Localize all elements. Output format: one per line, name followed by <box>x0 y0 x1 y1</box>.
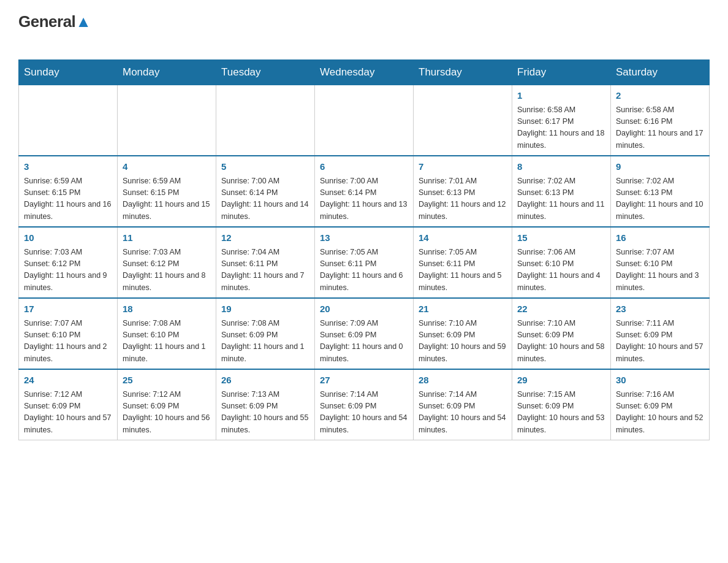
calendar-cell: 4Sunrise: 6:59 AMSunset: 6:15 PMDaylight… <box>118 156 216 227</box>
day-number: 10 <box>24 231 112 245</box>
logo-general: General▲ <box>18 12 91 31</box>
day-number: 2 <box>616 89 704 103</box>
calendar-cell: 29Sunrise: 7:15 AMSunset: 6:09 PMDayligh… <box>512 369 611 440</box>
day-number: 30 <box>616 373 704 388</box>
calendar-cell: 22Sunrise: 7:10 AMSunset: 6:09 PMDayligh… <box>512 298 611 369</box>
calendar-cell: 16Sunrise: 7:07 AMSunset: 6:10 PMDayligh… <box>611 227 710 298</box>
day-info: Sunrise: 6:58 AMSunset: 6:17 PMDaylight:… <box>517 104 605 152</box>
day-number: 3 <box>24 160 112 174</box>
calendar-cell: 20Sunrise: 7:09 AMSunset: 6:09 PMDayligh… <box>315 298 414 369</box>
day-info: Sunrise: 6:58 AMSunset: 6:16 PMDaylight:… <box>616 104 704 152</box>
day-info: Sunrise: 7:10 AMSunset: 6:09 PMDaylight:… <box>517 318 605 366</box>
day-info: Sunrise: 7:10 AMSunset: 6:09 PMDaylight:… <box>419 318 507 366</box>
calendar-cell: 8Sunrise: 7:02 AMSunset: 6:13 PMDaylight… <box>512 156 611 227</box>
day-info: Sunrise: 7:00 AMSunset: 6:14 PMDaylight:… <box>221 175 309 223</box>
calendar-cell: 18Sunrise: 7:08 AMSunset: 6:10 PMDayligh… <box>118 298 216 369</box>
calendar-cell: 1Sunrise: 6:58 AMSunset: 6:17 PMDaylight… <box>512 85 611 156</box>
weekday-header-monday: Monday <box>118 60 216 85</box>
day-number: 13 <box>320 231 408 245</box>
day-info: Sunrise: 7:12 AMSunset: 6:09 PMDaylight:… <box>24 389 112 437</box>
day-number: 24 <box>24 373 112 388</box>
day-number: 1 <box>517 89 605 103</box>
day-info: Sunrise: 7:02 AMSunset: 6:13 PMDaylight:… <box>517 175 605 223</box>
day-number: 6 <box>320 160 408 174</box>
calendar-cell: 6Sunrise: 7:00 AMSunset: 6:14 PMDaylight… <box>315 156 414 227</box>
calendar-cell: 30Sunrise: 7:16 AMSunset: 6:09 PMDayligh… <box>611 369 710 440</box>
day-info: Sunrise: 7:08 AMSunset: 6:09 PMDaylight:… <box>221 318 309 366</box>
calendar-cell <box>216 85 315 156</box>
day-number: 14 <box>419 231 507 245</box>
day-info: Sunrise: 7:12 AMSunset: 6:09 PMDaylight:… <box>123 389 211 437</box>
day-number: 20 <box>320 302 408 316</box>
weekday-header-tuesday: Tuesday <box>216 60 315 85</box>
day-info: Sunrise: 7:07 AMSunset: 6:10 PMDaylight:… <box>24 318 112 366</box>
weekday-header-sunday: Sunday <box>19 60 118 85</box>
day-info: Sunrise: 7:15 AMSunset: 6:09 PMDaylight:… <box>517 389 605 437</box>
calendar-cell: 27Sunrise: 7:14 AMSunset: 6:09 PMDayligh… <box>315 369 414 440</box>
calendar-cell: 9Sunrise: 7:02 AMSunset: 6:13 PMDaylight… <box>611 156 710 227</box>
day-number: 9 <box>616 160 704 174</box>
day-info: Sunrise: 7:04 AMSunset: 6:11 PMDaylight:… <box>221 247 309 294</box>
day-info: Sunrise: 6:59 AMSunset: 6:15 PMDaylight:… <box>123 175 211 223</box>
calendar-week-1: 1Sunrise: 6:58 AMSunset: 6:17 PMDaylight… <box>19 85 710 156</box>
calendar-cell <box>19 85 118 156</box>
day-info: Sunrise: 7:11 AMSunset: 6:09 PMDaylight:… <box>616 318 704 366</box>
calendar-cell: 24Sunrise: 7:12 AMSunset: 6:09 PMDayligh… <box>19 369 118 440</box>
calendar-cell: 13Sunrise: 7:05 AMSunset: 6:11 PMDayligh… <box>315 227 414 298</box>
calendar-cell: 21Sunrise: 7:10 AMSunset: 6:09 PMDayligh… <box>414 298 512 369</box>
calendar-week-5: 24Sunrise: 7:12 AMSunset: 6:09 PMDayligh… <box>19 369 710 440</box>
calendar-cell: 26Sunrise: 7:13 AMSunset: 6:09 PMDayligh… <box>216 369 315 440</box>
day-info: Sunrise: 7:03 AMSunset: 6:12 PMDaylight:… <box>123 247 211 294</box>
calendar-cell: 2Sunrise: 6:58 AMSunset: 6:16 PMDaylight… <box>611 85 710 156</box>
day-number: 7 <box>419 160 507 174</box>
calendar-cell: 19Sunrise: 7:08 AMSunset: 6:09 PMDayligh… <box>216 298 315 369</box>
calendar-cell <box>118 85 216 156</box>
day-number: 8 <box>517 160 605 174</box>
day-number: 26 <box>221 373 309 388</box>
day-info: Sunrise: 7:07 AMSunset: 6:10 PMDaylight:… <box>616 247 704 294</box>
calendar-cell: 23Sunrise: 7:11 AMSunset: 6:09 PMDayligh… <box>611 298 710 369</box>
day-number: 19 <box>221 302 309 316</box>
day-number: 15 <box>517 231 605 245</box>
weekday-header-saturday: Saturday <box>611 60 710 85</box>
day-number: 23 <box>616 302 704 316</box>
day-info: Sunrise: 7:05 AMSunset: 6:11 PMDaylight:… <box>320 247 408 294</box>
day-number: 25 <box>123 373 211 388</box>
day-number: 21 <box>419 302 507 316</box>
day-info: Sunrise: 7:06 AMSunset: 6:10 PMDaylight:… <box>517 247 605 294</box>
day-number: 29 <box>517 373 605 388</box>
calendar-cell <box>315 85 414 156</box>
calendar-cell: 3Sunrise: 6:59 AMSunset: 6:15 PMDaylight… <box>19 156 118 227</box>
logo-blue-text <box>18 31 29 47</box>
calendar-cell: 5Sunrise: 7:00 AMSunset: 6:14 PMDaylight… <box>216 156 315 227</box>
day-info: Sunrise: 7:14 AMSunset: 6:09 PMDaylight:… <box>320 389 408 437</box>
day-info: Sunrise: 7:03 AMSunset: 6:12 PMDaylight:… <box>24 247 112 294</box>
day-info: Sunrise: 7:09 AMSunset: 6:09 PMDaylight:… <box>320 318 408 366</box>
day-number: 12 <box>221 231 309 245</box>
page-header: General▲ <box>18 12 710 47</box>
day-number: 18 <box>123 302 211 316</box>
day-info: Sunrise: 7:02 AMSunset: 6:13 PMDaylight:… <box>616 175 704 223</box>
calendar-cell: 15Sunrise: 7:06 AMSunset: 6:10 PMDayligh… <box>512 227 611 298</box>
day-number: 22 <box>517 302 605 316</box>
weekday-header-wednesday: Wednesday <box>315 60 414 85</box>
day-info: Sunrise: 7:01 AMSunset: 6:13 PMDaylight:… <box>419 175 507 223</box>
calendar-week-4: 17Sunrise: 7:07 AMSunset: 6:10 PMDayligh… <box>19 298 710 369</box>
day-info: Sunrise: 7:08 AMSunset: 6:10 PMDaylight:… <box>123 318 211 366</box>
day-number: 16 <box>616 231 704 245</box>
day-info: Sunrise: 7:05 AMSunset: 6:11 PMDaylight:… <box>419 247 507 294</box>
calendar-cell: 11Sunrise: 7:03 AMSunset: 6:12 PMDayligh… <box>118 227 216 298</box>
day-info: Sunrise: 7:16 AMSunset: 6:09 PMDaylight:… <box>616 389 704 437</box>
day-number: 27 <box>320 373 408 388</box>
day-info: Sunrise: 6:59 AMSunset: 6:15 PMDaylight:… <box>24 175 112 223</box>
logo-text: General▲ <box>18 12 91 31</box>
day-info: Sunrise: 7:14 AMSunset: 6:09 PMDaylight:… <box>419 389 507 437</box>
weekday-header-row: SundayMondayTuesdayWednesdayThursdayFrid… <box>19 60 710 85</box>
day-number: 5 <box>221 160 309 174</box>
weekday-header-friday: Friday <box>512 60 611 85</box>
calendar-cell <box>414 85 512 156</box>
calendar-week-2: 3Sunrise: 6:59 AMSunset: 6:15 PMDaylight… <box>19 156 710 227</box>
calendar-cell: 10Sunrise: 7:03 AMSunset: 6:12 PMDayligh… <box>19 227 118 298</box>
calendar-cell: 12Sunrise: 7:04 AMSunset: 6:11 PMDayligh… <box>216 227 315 298</box>
logo: General▲ <box>18 12 91 47</box>
